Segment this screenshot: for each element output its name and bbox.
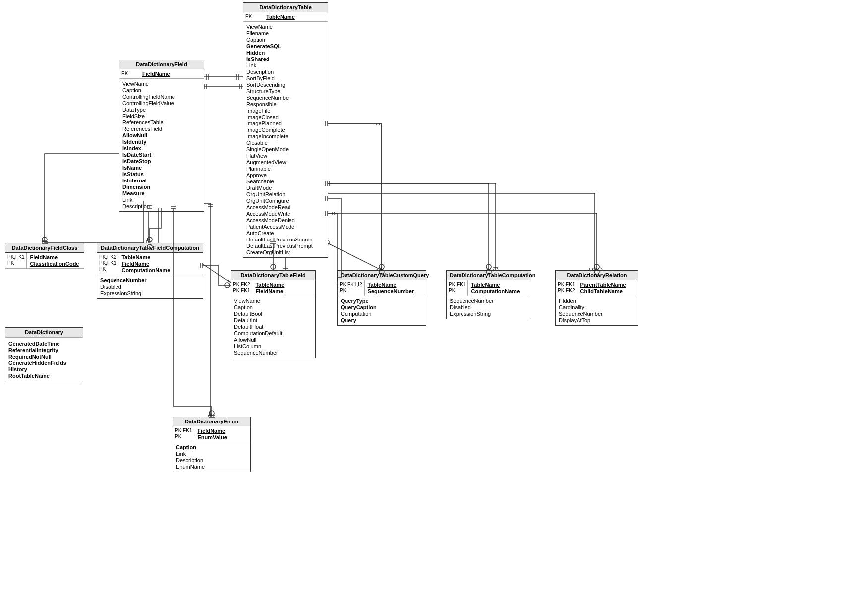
field: Closable [246, 140, 325, 146]
entity-title: DataDictionaryField [136, 61, 187, 67]
svg-point-79 [209, 411, 214, 416]
field: EnumName [176, 464, 247, 470]
field: AutoCreate [246, 230, 325, 236]
entity-title: DataDictionaryRelation [567, 272, 627, 278]
entity-body: PK,FK1 PK FieldName ClassificationCode [5, 253, 84, 269]
field: Responsible [246, 101, 325, 107]
pk-labels: PK,FK1 PK [173, 426, 194, 442]
pk-labels: PK,FK1 PK,FK2 [556, 280, 577, 296]
pk-labels: PK,FK1,I2 PK [338, 280, 365, 296]
field: SequenceNumber [100, 277, 200, 283]
entity-data-dictionary-table-field-computation: DataDictionaryTableFieldComputation PK,F… [97, 243, 203, 299]
field: AllowNull [234, 337, 312, 343]
field: IsIndex [122, 145, 201, 151]
entity-title: DataDictionaryTableComputation [450, 272, 535, 278]
field: GenerateHiddenFields [8, 360, 80, 366]
regular-fields: SequenceNumber Disabled ExpressionString [97, 275, 203, 298]
entity-body: PK,FK1 PK FieldName EnumValue Caption Li… [173, 426, 250, 472]
pk-fields: FieldName [139, 69, 173, 78]
svg-point-71 [486, 264, 491, 269]
field: SortByField [246, 75, 325, 81]
pk-label: PK,FK1 [7, 254, 24, 260]
pk-fields: TableName ComputationName [468, 280, 522, 296]
field: Hidden [559, 298, 635, 304]
field: IsDateStart [122, 152, 201, 158]
pk-section: PK TableName [243, 12, 328, 22]
field: ControllingFieldValue [122, 100, 201, 106]
pk-fields: ParentTableName ChildTableName [577, 280, 629, 296]
entity-body: PK,FK1 PK TableName ComputationName Sequ… [447, 280, 531, 319]
field: ViewName [234, 298, 312, 304]
field: ExpressionString [450, 311, 528, 317]
field: SequenceNumber [234, 350, 312, 356]
pk-label: PK [175, 434, 192, 439]
entity-header: DataDictionaryTableFieldComputation [97, 243, 203, 253]
entity-data-dictionary-enum: DataDictionaryEnum PK,FK1 PK FieldName E… [173, 417, 251, 472]
entity-data-dictionary: DataDictionary GeneratedDateTime Referen… [5, 327, 83, 382]
field: IsShared [246, 56, 325, 62]
entity-body: PK,FK2 PK,FK1 TableName FieldName ViewNa… [231, 280, 315, 358]
field: ImagePlanned [246, 120, 325, 126]
entity-body: PK TableName ViewName Filename Caption G… [243, 12, 328, 257]
field: Disabled [450, 304, 528, 310]
field: ImageIncomplete [246, 133, 325, 139]
field: ListColumn [234, 343, 312, 349]
regular-fields: SequenceNumber Disabled ExpressionString [447, 296, 531, 319]
regular-fields: QueryType QueryCaption Computation Query [338, 296, 426, 325]
pk-label: PK,FK1 [175, 428, 192, 433]
entity-data-dictionary-table-field: DataDictionaryTableField PK,FK2 PK,FK1 T… [231, 270, 316, 358]
pk-labels: PK,FK1 PK [447, 280, 468, 296]
field: Disabled [100, 284, 200, 290]
entity-data-dictionary-field-class: DataDictionaryFieldClass PK,FK1 PK Field… [5, 243, 84, 269]
field: IsDateStop [122, 158, 201, 164]
pk-fields: TableName SequenceNumber [365, 280, 417, 296]
field: SequenceNumber [450, 298, 528, 304]
pk-label: PK,FK1 [558, 282, 575, 287]
field: Link [176, 451, 247, 457]
field: QueryType [341, 298, 423, 304]
field: ReferencesTable [122, 120, 201, 125]
field: AllowNull [122, 132, 201, 138]
field: Query [341, 317, 423, 323]
pk-labels: PK,FK1 PK [5, 253, 27, 268]
entity-body: PK,FK2 PK,FK1 PK TableName FieldName Com… [97, 253, 203, 298]
pk-field: FieldName [142, 71, 170, 77]
field: Searchable [246, 179, 325, 184]
entity-title: DataDictionaryEnum [185, 419, 238, 424]
field: Filename [246, 30, 325, 36]
pk-labels: PK [243, 12, 263, 21]
pk-label: PK [340, 288, 362, 293]
field: Caption [234, 304, 312, 310]
pk-fields: TableName FieldName ComputationName [118, 253, 173, 275]
pk-field: TableName [471, 282, 520, 288]
pk-field: EnumValue [197, 434, 227, 440]
field: AugmentedView [246, 159, 325, 165]
field: ViewName [246, 24, 325, 30]
pk-field: ComputationName [121, 267, 170, 273]
pk-section: PK,FK1 PK TableName ComputationName [447, 280, 531, 296]
field: DefaultInt [234, 317, 312, 323]
pk-fields: FieldName EnumValue [194, 426, 230, 442]
field: ExpressionString [100, 290, 200, 296]
field: IsIdentity [122, 139, 201, 145]
entity-header: DataDictionaryFieldClass [5, 243, 84, 253]
field: ControllingFieldName [122, 94, 201, 100]
field: OrgUnitRelation [246, 191, 325, 197]
entity-header: DataDictionaryField [119, 60, 204, 69]
field: SingleOpenMode [246, 146, 325, 152]
pk-label: PK,FK2 [233, 282, 250, 287]
pk-label: PK [245, 14, 261, 19]
entity-header: DataDictionaryTableField [231, 271, 315, 280]
field: History [8, 366, 80, 372]
field: StructureType [246, 88, 325, 94]
pk-section: PK,FK1 PK FieldName EnumValue [173, 426, 250, 442]
field: SequenceNumber [246, 95, 325, 101]
field: IsStatus [122, 171, 201, 177]
field: SortDescending [246, 82, 325, 88]
entity-data-dictionary-field: DataDictionaryField PK FieldName ViewNam… [119, 60, 204, 212]
entity-data-dictionary-relation: DataDictionaryRelation PK,FK1 PK,FK2 Par… [555, 270, 638, 326]
entity-title: DataDictionaryTableField [240, 272, 305, 278]
field: ComputationDefault [234, 330, 312, 336]
pk-section: PK,FK1,I2 PK TableName SequenceNumber [338, 280, 426, 296]
field: RootTableName [8, 373, 80, 379]
